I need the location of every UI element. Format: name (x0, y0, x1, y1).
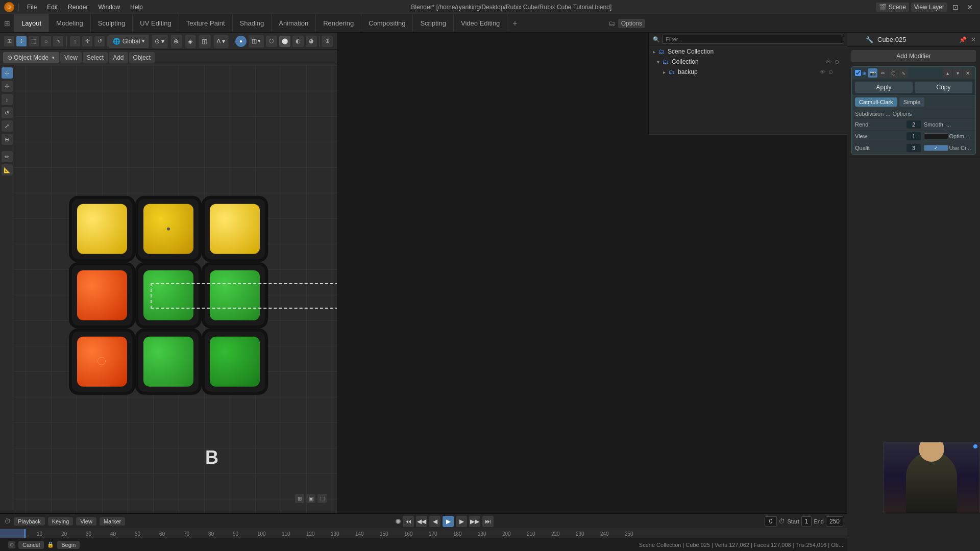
circle-select-tool[interactable]: ○ (41, 36, 51, 46)
move-tool-btn[interactable]: ↕ (2, 94, 13, 105)
begin-button[interactable]: Begin (57, 541, 80, 549)
restrict-select-icon-2[interactable]: ⊙ (828, 69, 833, 76)
playback-menu[interactable]: Playback (14, 517, 45, 525)
maximize-icon[interactable]: ⊡ (949, 2, 962, 12)
material-icon[interactable]: ⬤ (847, 214, 849, 226)
xray-toggle[interactable]: ⬡ (266, 36, 277, 47)
tab-modeling[interactable]: Modeling (49, 14, 91, 32)
render-engine-selector[interactable]: 🎬 Scene (876, 3, 909, 12)
transform-space-dropdown[interactable]: 🌐 Global ▾ (109, 35, 149, 48)
scale-tool-btn[interactable]: ⤢ (2, 120, 13, 132)
world-properties-icon[interactable]: 🌍 (847, 121, 849, 133)
jump-start-btn[interactable]: ⏮ (403, 516, 414, 527)
cancel-button[interactable]: Cancel (18, 541, 44, 549)
add-workspace-button[interactable]: + (507, 17, 522, 30)
constraints-icon[interactable]: 🔗 (847, 188, 849, 199)
eye-icon-2[interactable]: 👁 (820, 69, 825, 75)
apply-button[interactable]: Apply (855, 82, 913, 93)
menu-help[interactable]: Help (126, 3, 147, 12)
view-value[interactable]: 1 (906, 132, 921, 140)
object-menu[interactable]: Object (129, 52, 155, 63)
display-mode-3[interactable]: ⬚ (317, 494, 327, 503)
tab-compositing[interactable]: Compositing (361, 14, 413, 32)
viewport-overlays-btn[interactable]: ◫ ▾ (249, 35, 264, 47)
outliner-backup[interactable]: ▸ 🗂 backup 👁 ⊙ (649, 67, 847, 77)
object-properties-icon[interactable]: ◻ (847, 135, 849, 146)
solid-shading-btn[interactable]: ⬤ (279, 36, 290, 47)
pin-icon[interactable]: 📌 (959, 36, 967, 43)
usecr-checkbox[interactable] (924, 145, 948, 151)
rotate-icon[interactable]: ↺ (94, 36, 105, 46)
menu-window[interactable]: Window (94, 3, 124, 12)
add-menu[interactable]: Add (109, 52, 128, 63)
move-icon[interactable]: ✛ (82, 36, 92, 46)
mod-render-toggle[interactable]: 📷 (868, 68, 877, 78)
close-properties-icon[interactable]: ✕ (971, 36, 976, 43)
tab-uv-editing[interactable]: UV Editing (133, 14, 179, 32)
options-label[interactable]: Options (618, 19, 645, 28)
tab-video-editing[interactable]: Video Editing (454, 14, 507, 32)
jump-end-btn[interactable]: ⏭ (482, 516, 494, 527)
scene-layer-icon[interactable]: 🗂 (607, 18, 616, 28)
view-menu-timeline[interactable]: View (76, 517, 96, 525)
copy-button[interactable]: Copy (915, 82, 972, 93)
mod-move-down[interactable]: ▾ (953, 68, 962, 78)
main-viewport[interactable]: B ⊞ ▣ ⬚ (0, 65, 337, 513)
modifier-properties-icon active[interactable]: 🔧 (847, 148, 849, 159)
outliner-collection[interactable]: ▾ 🗂 Collection 👁 ⊙ (649, 57, 847, 67)
outliner-search-input[interactable] (662, 35, 843, 44)
tab-layout[interactable]: Layout (14, 14, 49, 32)
step-forward-btn[interactable]: ▶ (456, 516, 467, 527)
play-btn[interactable]: ▶ (443, 516, 454, 527)
rotate-tool-btn[interactable]: ↺ (2, 107, 13, 118)
mod-cage-toggle[interactable]: ⬡ (889, 68, 898, 78)
render-shading-btn[interactable]: ◕ (306, 36, 317, 47)
box-select-tool[interactable]: ⬚ (29, 36, 39, 46)
output-properties-icon[interactable]: 🖨 (847, 82, 849, 93)
display-mode-1[interactable]: ⊞ (295, 494, 304, 503)
cursor-place-btn[interactable]: ✛ (2, 81, 13, 92)
select-menu[interactable]: Select (83, 52, 108, 63)
transform-pivot-btn[interactable]: ◈ (185, 35, 195, 48)
gizmo-toggle[interactable]: ⊕ (322, 36, 333, 47)
view-layer-properties-icon[interactable]: 📁 (847, 95, 849, 106)
mod-delete[interactable]: ✕ (963, 68, 972, 78)
annotate-btn[interactable]: ✏ (2, 151, 13, 162)
end-frame-input[interactable]: 250 (826, 516, 843, 527)
step-back-btn[interactable]: ◀ (429, 516, 440, 527)
add-modifier-button[interactable]: Add Modifier (851, 50, 976, 62)
select-tool-btn[interactable]: ⊹ (2, 67, 13, 79)
cursor-tool[interactable]: ⊹ (16, 36, 27, 46)
proportional-edit-btn[interactable]: ⊕ (170, 35, 182, 48)
mirror-btn[interactable]: ◫ (199, 35, 210, 48)
view-menu[interactable]: View (60, 52, 82, 63)
viewlayer-selector[interactable]: View Layer (911, 3, 947, 12)
tab-rendering[interactable]: Rendering (316, 14, 361, 32)
material-shading-btn[interactable]: ◐ (292, 36, 304, 47)
eye-icon[interactable]: 👁 (826, 59, 831, 65)
start-frame-input[interactable]: 1 (801, 516, 812, 527)
viewport-tools-icon[interactable]: ⊞ (4, 36, 14, 46)
qualit-value[interactable]: 3 (906, 144, 921, 152)
physics-icon[interactable]: ⊕ (847, 174, 849, 186)
viewport-shading-icon[interactable]: ● (235, 36, 247, 47)
blender-logo-icon[interactable]: ⊙ (4, 2, 14, 12)
tab-shading[interactable]: Shading (233, 14, 272, 32)
display-mode-2[interactable]: ▣ (306, 494, 315, 503)
mod-edit-toggle[interactable]: ✏ (878, 68, 888, 78)
mod-apply-on-spline[interactable]: ∿ (899, 68, 908, 78)
restrict-select-icon[interactable]: ⊙ (835, 59, 839, 65)
tab-animation[interactable]: Animation (272, 14, 316, 32)
close-icon[interactable]: ✕ (964, 2, 976, 12)
keying-menu[interactable]: Keying (48, 517, 74, 525)
tab-scripting[interactable]: Scripting (413, 14, 454, 32)
prev-keyframe-btn[interactable]: ◀◀ (416, 516, 427, 527)
mod-move-up[interactable]: ▴ (943, 68, 952, 78)
menu-render[interactable]: Render (64, 3, 92, 12)
object-mode-dropdown[interactable]: ⊙ Object Mode ▾ (3, 52, 59, 63)
marker-menu[interactable]: Marker (100, 517, 125, 525)
next-keyframe-btn[interactable]: ▶▶ (469, 516, 480, 527)
tab-texture-paint[interactable]: Texture Paint (179, 14, 233, 32)
snap-dropdown[interactable]: ⊙ ▾ (152, 35, 167, 48)
modifier-enable-checkbox[interactable] (855, 70, 861, 76)
